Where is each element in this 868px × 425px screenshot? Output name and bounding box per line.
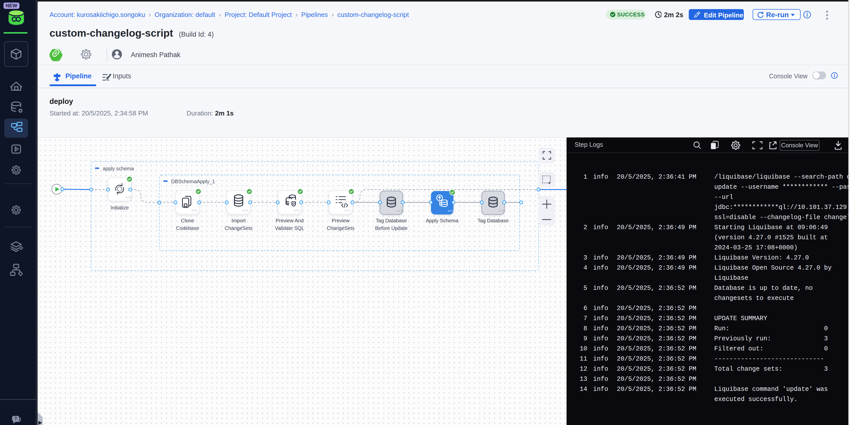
svg-text:ChangeSets: ChangeSets <box>327 225 354 231</box>
svg-text:?: ? <box>14 416 17 421</box>
svg-text:Console View: Console View <box>781 142 818 148</box>
svg-text:</>: </> <box>125 196 131 199</box>
svg-text:</>: </> <box>397 209 403 213</box>
svg-text:Clone: Clone <box>181 218 194 223</box>
svg-text:Tag Database: Tag Database <box>376 218 407 223</box>
svg-text:DBSchemaApply_1: DBSchemaApply_1 <box>171 179 215 185</box>
svg-text:NEW: NEW <box>5 3 18 8</box>
svg-text:</>: </> <box>498 209 504 213</box>
svg-text:Tag Database: Tag Database <box>477 218 508 223</box>
svg-text:Apply Schema: Apply Schema <box>426 218 459 223</box>
svg-text:</>: </> <box>242 209 248 213</box>
svg-text:Validate SQL: Validate SQL <box>275 225 304 231</box>
svg-text:Codebase: Codebase <box>176 225 199 231</box>
svg-text:</>: </> <box>293 209 300 213</box>
svg-text:Before Update: Before Update <box>375 225 408 231</box>
svg-text:</>: </> <box>344 209 350 213</box>
svg-text:ChangeSets: ChangeSets <box>225 225 252 231</box>
svg-text:apply schema: apply schema <box>103 166 134 171</box>
svg-text:Preview: Preview <box>332 218 350 223</box>
svg-text:SUCCESS: SUCCESS <box>617 11 645 18</box>
svg-text:</>: </> <box>447 209 454 213</box>
svg-text:</>: </> <box>191 209 197 213</box>
svg-text:Initialize: Initialize <box>111 205 129 210</box>
svg-text:Import: Import <box>231 218 246 223</box>
svg-text:Preview And: Preview And <box>275 218 304 223</box>
